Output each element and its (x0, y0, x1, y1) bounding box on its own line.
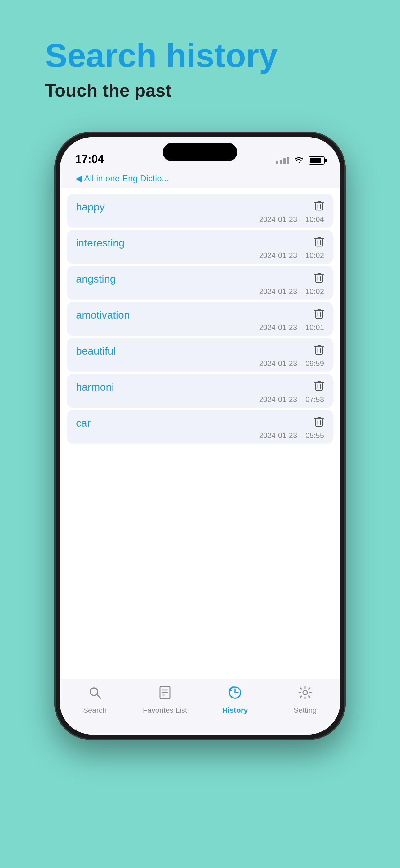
delete-icon[interactable] (314, 200, 324, 214)
dynamic-island (163, 143, 237, 161)
page-subtitle: Touch the past (45, 80, 400, 101)
phone-frame: 17:04 (54, 132, 346, 740)
nav-back-label[interactable]: ◀ All in one Eng Dictio... (75, 174, 169, 183)
tab-history-label: History (222, 706, 248, 715)
svg-rect-12 (316, 347, 323, 354)
history-item-top: beautiful (76, 344, 324, 358)
setting-tab-icon (298, 685, 312, 704)
history-timestamp: 2024-01-23 – 09:59 (76, 359, 324, 368)
tab-bar: Search Favorites List (60, 679, 340, 735)
delete-icon[interactable] (314, 416, 324, 430)
delete-icon[interactable] (314, 272, 324, 286)
delete-icon[interactable] (314, 380, 324, 394)
history-item[interactable]: amotivation 2024-01-23 – 10:01 (67, 302, 333, 336)
history-timestamp: 2024-01-23 – 10:02 (76, 251, 324, 260)
svg-rect-18 (316, 419, 323, 426)
svg-point-28 (303, 690, 307, 695)
status-bar: 17:04 (60, 137, 340, 172)
history-word[interactable]: happy (76, 201, 105, 213)
history-tab-icon (228, 685, 242, 704)
history-item[interactable]: harmoni 2024-01-23 – 07:53 (67, 374, 333, 408)
svg-rect-15 (316, 383, 323, 390)
history-word[interactable]: interesting (76, 237, 125, 249)
history-item-top: angsting (76, 272, 324, 286)
empty-space (60, 449, 340, 574)
history-item-top: happy (76, 200, 324, 214)
history-list: happy 2024-01-23 – 10:04 interesting (60, 188, 340, 449)
status-icons (276, 156, 325, 166)
history-word[interactable]: beautiful (76, 345, 116, 357)
history-timestamp: 2024-01-23 – 05:55 (76, 431, 324, 440)
favorites-tab-icon (158, 685, 172, 704)
delete-icon[interactable] (314, 236, 324, 250)
history-item-top: interesting (76, 236, 324, 250)
history-item-top: amotivation (76, 308, 324, 322)
history-timestamp: 2024-01-23 – 10:02 (76, 287, 324, 296)
nav-back-area[interactable]: ◀ All in one Eng Dictio... (60, 172, 340, 188)
content-area: happy 2024-01-23 – 10:04 interesting (60, 188, 340, 679)
svg-rect-0 (316, 203, 323, 210)
history-item[interactable]: car 2024-01-23 – 05:55 (67, 410, 333, 444)
tab-search[interactable]: Search (70, 685, 120, 715)
svg-line-22 (97, 694, 100, 698)
delete-icon[interactable] (314, 344, 324, 358)
tab-search-label: Search (83, 706, 107, 715)
phone-mockup: 17:04 (54, 132, 346, 740)
history-timestamp: 2024-01-23 – 10:01 (76, 323, 324, 332)
history-item[interactable]: interesting 2024-01-23 – 10:02 (67, 230, 333, 264)
history-word[interactable]: angsting (76, 273, 116, 285)
wifi-icon (294, 156, 304, 166)
history-item[interactable]: beautiful 2024-01-23 – 09:59 (67, 338, 333, 372)
tab-history[interactable]: History (210, 685, 260, 715)
tab-setting[interactable]: Setting (280, 685, 330, 715)
history-word[interactable]: harmoni (76, 381, 114, 393)
phone-screen: 17:04 (60, 137, 340, 735)
history-item-top: car (76, 416, 324, 430)
history-item[interactable]: angsting 2024-01-23 – 10:02 (67, 266, 333, 300)
history-timestamp: 2024-01-23 – 10:04 (76, 215, 324, 224)
history-timestamp: 2024-01-23 – 07:53 (76, 395, 324, 404)
page-title: Search history (45, 37, 400, 74)
history-word[interactable]: car (76, 417, 91, 429)
page-header: Search history Touch the past (0, 0, 400, 101)
history-item-top: harmoni (76, 380, 324, 394)
svg-rect-9 (316, 311, 323, 318)
battery-icon (308, 156, 325, 164)
svg-rect-6 (316, 275, 323, 282)
tab-favorites[interactable]: Favorites List (140, 685, 190, 715)
status-time: 17:04 (75, 153, 104, 166)
signal-icon (276, 157, 289, 164)
svg-rect-3 (316, 239, 323, 246)
history-item[interactable]: happy 2024-01-23 – 10:04 (67, 194, 333, 227)
history-word[interactable]: amotivation (76, 309, 130, 321)
search-tab-icon (88, 685, 102, 704)
tab-setting-label: Setting (294, 706, 317, 715)
delete-icon[interactable] (314, 308, 324, 322)
tab-favorites-label: Favorites List (143, 706, 187, 715)
